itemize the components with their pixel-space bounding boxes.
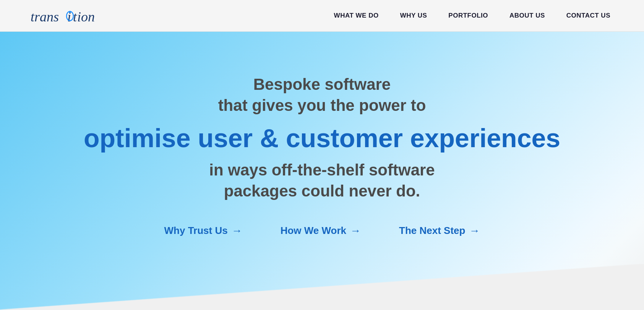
svg-text:ion: ion <box>77 9 95 24</box>
hero-link-how-we-work[interactable]: How We Work → <box>281 225 361 237</box>
why-trust-us-label: Why Trust Us <box>164 225 228 237</box>
nav-why-us[interactable]: WHY US <box>389 0 438 32</box>
svg-text:trans: trans <box>31 9 59 24</box>
logo[interactable]: trans i t ion <box>31 5 107 26</box>
hero-subtitle: Bespoke software that gives you the powe… <box>218 74 426 116</box>
how-we-work-arrow: → <box>350 225 361 237</box>
hero-subtitle-line2: that gives you the power to <box>218 96 426 114</box>
hero-main-text: optimise user & customer experiences <box>84 124 560 153</box>
the-next-step-arrow: → <box>469 225 480 237</box>
hero-desc-line2: packages could never do. <box>224 182 420 200</box>
main-nav: WHAT WE DO WHY US PORTFOLIO ABOUT US CON… <box>323 0 621 32</box>
svg-text:t: t <box>73 9 77 24</box>
hero-subtitle-line1: Bespoke software <box>253 75 391 93</box>
hero-links: Why Trust Us → How We Work → The Next St… <box>164 225 480 237</box>
svg-point-3 <box>69 11 71 13</box>
nav-contact-us[interactable]: CONTACT US <box>556 0 621 32</box>
hero-desc-line1: in ways off-the-shelf software <box>209 161 435 179</box>
hero-description: in ways off-the-shelf software packages … <box>209 160 435 201</box>
hero-link-why-trust-us[interactable]: Why Trust Us → <box>164 225 242 237</box>
site-header: trans i t ion WHAT WE DO WHY US PORTFOLI… <box>0 0 644 32</box>
the-next-step-label: The Next Step <box>399 225 465 237</box>
hero-content: Bespoke software that gives you the powe… <box>0 32 644 310</box>
nav-portfolio[interactable]: PORTFOLIO <box>438 0 499 32</box>
nav-what-we-do[interactable]: WHAT WE DO <box>323 0 389 32</box>
logo-svg: trans i t ion <box>31 5 107 26</box>
nav-about-us[interactable]: ABOUT US <box>499 0 556 32</box>
hero-main-label: optimise user & customer experiences <box>84 123 560 153</box>
how-we-work-label: How We Work <box>281 225 346 237</box>
hero-link-the-next-step[interactable]: The Next Step → <box>399 225 480 237</box>
why-trust-us-arrow: → <box>232 225 242 237</box>
hero-section: Bespoke software that gives you the powe… <box>0 32 644 310</box>
